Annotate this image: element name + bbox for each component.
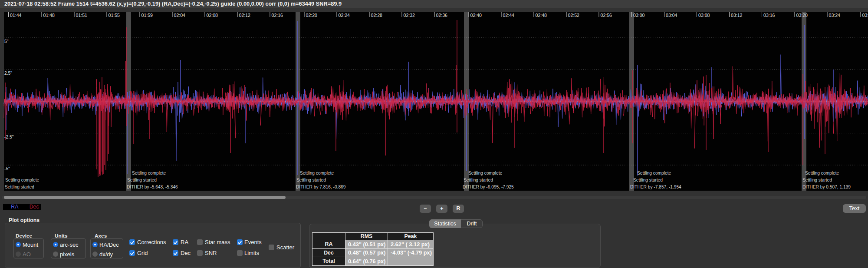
svg-text:03:24: 03:24 xyxy=(829,13,841,18)
svg-text:Settling started: Settling started xyxy=(296,178,326,182)
svg-text:03:20: 03:20 xyxy=(796,13,808,18)
svg-text:01:59: 01:59 xyxy=(141,13,153,18)
svg-text:02:24: 02:24 xyxy=(339,13,350,18)
svg-text:02:36: 02:36 xyxy=(436,13,448,18)
svg-text:Settling started: Settling started xyxy=(5,185,34,189)
svg-text:DITHER by -7.857, -1.954: DITHER by -7.857, -1.954 xyxy=(630,185,681,189)
svg-text:DITHER by -6.095, -7.925: DITHER by -6.095, -7.925 xyxy=(463,185,514,189)
svg-text:01:55: 01:55 xyxy=(108,13,120,18)
svg-text:Settling complete: Settling complete xyxy=(5,178,39,182)
svg-text:02:52: 02:52 xyxy=(568,13,580,18)
svg-text:02:20: 02:20 xyxy=(306,13,318,18)
svg-text:Settling complete: Settling complete xyxy=(300,171,334,175)
svg-text:2.5": 2.5" xyxy=(4,71,12,76)
svg-text:Settling complete: Settling complete xyxy=(805,171,839,175)
svg-text:01:44: 01:44 xyxy=(10,13,22,18)
svg-text:02:40: 02:40 xyxy=(470,13,482,18)
svg-text:03:28: 03:28 xyxy=(862,13,868,18)
svg-text:03:04: 03:04 xyxy=(666,13,677,18)
svg-text:03:16: 03:16 xyxy=(763,13,775,18)
svg-text:03:08: 03:08 xyxy=(698,13,710,18)
svg-text:01:48: 01:48 xyxy=(43,13,55,18)
svg-text:Settling started: Settling started xyxy=(802,178,832,182)
svg-text:02:04: 02:04 xyxy=(174,13,186,18)
svg-text:02:12: 02:12 xyxy=(239,13,251,18)
svg-text:02:44: 02:44 xyxy=(503,13,515,18)
svg-text:DITHER by 0.507, 1.139: DITHER by 0.507, 1.139 xyxy=(802,185,851,189)
svg-text:Settling complete: Settling complete xyxy=(468,171,502,175)
svg-text:DITHER by 7.816, -0.869: DITHER by 7.816, -0.869 xyxy=(296,185,346,189)
svg-text:Settling started: Settling started xyxy=(633,178,663,182)
svg-text:Settling complete: Settling complete xyxy=(132,171,166,175)
svg-text:02:28: 02:28 xyxy=(371,13,383,18)
svg-text:02:08: 02:08 xyxy=(207,13,218,18)
svg-text:DITHER by -5.643, -5.346: DITHER by -5.643, -5.346 xyxy=(127,185,178,189)
svg-text:-2.5": -2.5" xyxy=(4,135,14,139)
svg-text:02:48: 02:48 xyxy=(536,13,547,18)
svg-text:Settling complete: Settling complete xyxy=(637,171,671,175)
svg-text:-5": -5" xyxy=(4,166,10,171)
svg-text:02:56: 02:56 xyxy=(601,13,612,18)
svg-text:02:32: 02:32 xyxy=(404,13,415,18)
svg-text:03:12: 03:12 xyxy=(731,13,743,18)
svg-text:5": 5" xyxy=(4,39,9,44)
svg-text:02:16: 02:16 xyxy=(272,13,283,18)
svg-text:03:00: 03:00 xyxy=(633,13,645,18)
svg-text:Settling started: Settling started xyxy=(464,178,493,182)
svg-text:Settling started: Settling started xyxy=(127,178,157,182)
svg-text:01:51: 01:51 xyxy=(76,13,88,18)
